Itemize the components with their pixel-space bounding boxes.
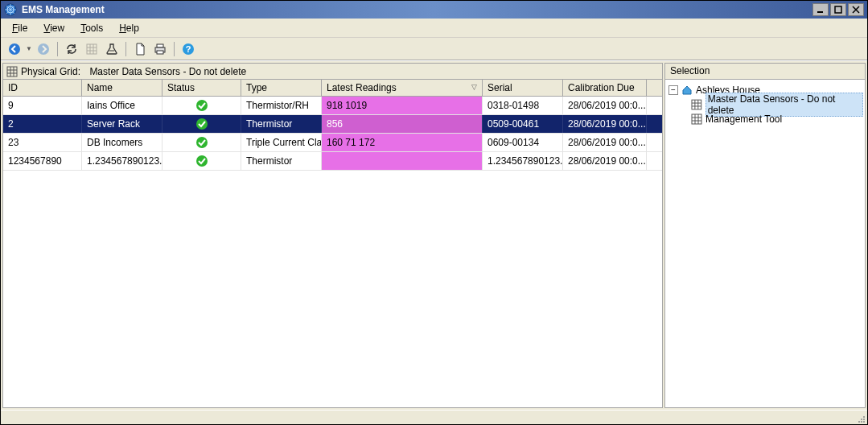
svg-rect-7 bbox=[157, 44, 163, 47]
svg-rect-2 bbox=[817, 11, 823, 13]
cell-status bbox=[162, 97, 241, 114]
svg-marker-17 bbox=[683, 86, 691, 94]
col-header-readings[interactable]: Latest Readings▽ bbox=[322, 80, 483, 96]
cell-id: 9 bbox=[3, 97, 82, 114]
back-button[interactable] bbox=[6, 40, 23, 58]
svg-point-25 bbox=[863, 416, 865, 418]
svg-point-20 bbox=[863, 421, 865, 423]
table-row[interactable]: 9Iains OfficeThermistor/RH918 10190318-0… bbox=[3, 97, 662, 115]
svg-point-13 bbox=[196, 100, 208, 111]
maximize-button[interactable] bbox=[830, 3, 846, 16]
data-grid[interactable]: ID Name Status Type Latest Readings▽ Ser… bbox=[3, 80, 662, 407]
cell-id: 23 bbox=[3, 134, 82, 151]
svg-point-22 bbox=[863, 419, 865, 420]
cell-id: 1234567890 bbox=[3, 152, 82, 170]
cell-status bbox=[162, 152, 241, 170]
cell-status bbox=[162, 115, 241, 133]
table-row[interactable]: 23DB IncomersTriple Current Cla...160 71… bbox=[3, 134, 662, 152]
svg-point-21 bbox=[861, 421, 862, 423]
cell-readings: 160 71 172 bbox=[322, 134, 483, 151]
app-icon bbox=[4, 3, 17, 16]
svg-rect-6 bbox=[87, 44, 97, 54]
cell-serial: 0509-00461 bbox=[483, 115, 563, 133]
cell-type: Triple Current Cla... bbox=[241, 134, 322, 151]
cell-name: DB Incomers bbox=[82, 134, 162, 151]
refresh-button[interactable] bbox=[63, 40, 80, 58]
col-header-serial[interactable]: Serial bbox=[483, 80, 563, 96]
table-row[interactable]: 2Server RackThermistor8560509-0046128/06… bbox=[3, 115, 662, 134]
caption-name: Master Data Sensors - Do not delete bbox=[89, 66, 246, 77]
cell-id: 2 bbox=[3, 115, 82, 133]
help-button[interactable]: ? bbox=[179, 40, 197, 58]
cell-calibration: 28/06/2019 00:0... bbox=[563, 152, 647, 170]
house-icon bbox=[681, 85, 693, 96]
resize-grip-icon[interactable] bbox=[854, 412, 866, 423]
col-header-calibration[interactable]: Calibration Due bbox=[563, 80, 647, 96]
cell-name: Server Rack bbox=[82, 115, 162, 133]
cell-type: Thermistor/RH bbox=[241, 97, 322, 114]
grid-panel: Physical Grid: Master Data Sensors - Do … bbox=[2, 63, 663, 408]
svg-rect-18 bbox=[692, 100, 701, 109]
document-button[interactable] bbox=[131, 40, 149, 58]
cell-calibration: 28/06/2019 00:0... bbox=[563, 115, 647, 133]
grid-panel-caption: Physical Grid: Master Data Sensors - Do … bbox=[3, 64, 662, 80]
svg-point-23 bbox=[858, 421, 860, 423]
cell-calibration: 28/06/2019 00:0... bbox=[563, 97, 647, 114]
close-button[interactable] bbox=[848, 3, 864, 16]
svg-point-5 bbox=[38, 43, 49, 55]
cell-serial: 0318-01498 bbox=[483, 97, 563, 114]
svg-point-4 bbox=[9, 43, 20, 55]
tree-item-label: Management Tool bbox=[706, 113, 782, 125]
flask-button[interactable] bbox=[103, 40, 121, 58]
sort-indicator-icon: ▽ bbox=[471, 83, 477, 91]
table-row[interactable]: 12345678901.234567890123...Thermistor1.2… bbox=[3, 152, 662, 171]
svg-rect-9 bbox=[157, 51, 163, 54]
grid-icon bbox=[691, 113, 702, 125]
status-bar bbox=[1, 410, 867, 424]
dropdown-arrow-icon[interactable]: ▼ bbox=[26, 45, 32, 52]
title-bar: EMS Management bbox=[1, 1, 867, 19]
col-header-status[interactable]: Status bbox=[162, 80, 241, 96]
toolbar: ▼ ? bbox=[1, 38, 867, 60]
cell-type: Thermistor bbox=[241, 115, 322, 133]
cell-readings: 856 bbox=[322, 115, 483, 133]
collapse-icon[interactable]: − bbox=[668, 85, 678, 95]
cell-name: Iains Office bbox=[82, 97, 162, 114]
print-button[interactable] bbox=[151, 40, 169, 58]
forward-button bbox=[35, 40, 52, 58]
col-header-type[interactable]: Type bbox=[241, 80, 322, 96]
svg-text:?: ? bbox=[186, 44, 191, 54]
minimize-button[interactable] bbox=[812, 3, 829, 16]
cell-type: Thermistor bbox=[241, 152, 322, 170]
cell-status bbox=[162, 134, 241, 151]
grid-icon bbox=[6, 66, 18, 77]
menu-tools[interactable]: Tools bbox=[72, 21, 111, 35]
grid-icon bbox=[691, 99, 702, 110]
selection-panel: Selection − Ashleys House Master Data Se… bbox=[664, 63, 866, 408]
cell-readings bbox=[322, 152, 483, 170]
grid-button bbox=[83, 40, 101, 58]
col-header-name[interactable]: Name bbox=[82, 80, 162, 96]
svg-rect-3 bbox=[835, 6, 841, 13]
menu-file[interactable]: File bbox=[4, 21, 35, 35]
svg-rect-19 bbox=[692, 114, 701, 124]
tree-item[interactable]: Master Data Sensors - Do not delete bbox=[667, 97, 863, 112]
cell-readings: 918 1019 bbox=[322, 97, 483, 114]
cell-name: 1.234567890123... bbox=[82, 152, 162, 170]
menu-help[interactable]: Help bbox=[111, 21, 147, 35]
menu-bar: File View Tools Help bbox=[1, 19, 867, 38]
cell-serial: 1.234567890123... bbox=[483, 152, 563, 170]
menu-view[interactable]: View bbox=[35, 21, 72, 35]
svg-point-14 bbox=[196, 118, 208, 130]
selection-tree[interactable]: − Ashleys House Master Data Sensors - Do… bbox=[665, 80, 865, 407]
svg-rect-12 bbox=[7, 67, 17, 76]
svg-point-16 bbox=[196, 155, 208, 167]
svg-point-24 bbox=[861, 419, 862, 420]
cell-calibration: 28/06/2019 00:0... bbox=[563, 134, 647, 151]
col-header-id[interactable]: ID bbox=[3, 80, 82, 96]
window-title: EMS Management bbox=[22, 4, 811, 15]
caption-prefix: Physical Grid: bbox=[21, 66, 80, 77]
grid-header: ID Name Status Type Latest Readings▽ Ser… bbox=[3, 80, 662, 97]
cell-serial: 0609-00134 bbox=[483, 134, 563, 151]
svg-point-15 bbox=[196, 137, 208, 148]
